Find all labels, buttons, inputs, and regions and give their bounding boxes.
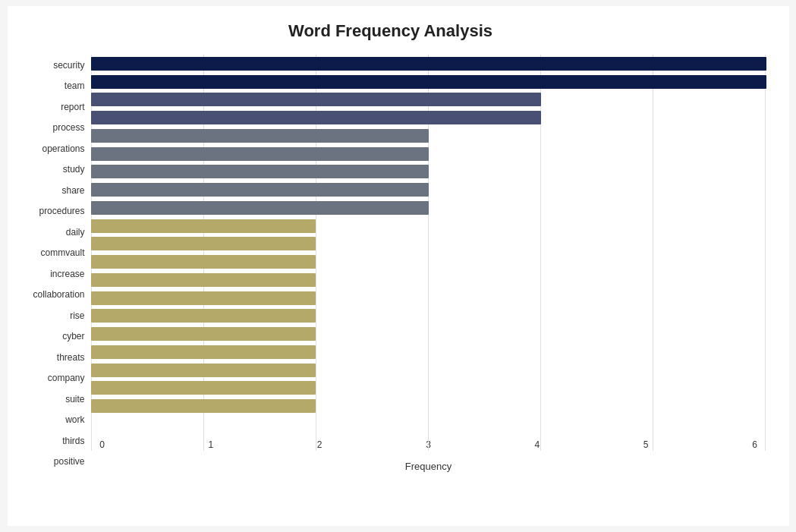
- bar-row: [91, 345, 766, 360]
- bar: [91, 364, 316, 377]
- bar-row: [91, 254, 766, 269]
- bar: [91, 57, 766, 71]
- y-label: team: [15, 81, 85, 90]
- bar-row: [91, 380, 766, 395]
- y-label: threats: [15, 353, 85, 362]
- y-label: suite: [15, 395, 85, 404]
- bars-wrapper: [91, 55, 766, 436]
- y-label: commvault: [15, 248, 85, 257]
- bar: [91, 75, 766, 89]
- bar: [91, 201, 429, 215]
- bar: [91, 147, 429, 161]
- bar: [91, 93, 541, 106]
- bar: [91, 291, 316, 305]
- y-label: report: [15, 102, 85, 112]
- bar-row: [91, 128, 766, 143]
- chart-area: securityteamreportprocessoperationsstudy…: [15, 55, 766, 472]
- y-label: thirds: [15, 436, 85, 445]
- y-label: study: [15, 165, 85, 174]
- bar-row: [91, 326, 766, 342]
- bar-row: [91, 110, 766, 125]
- bar-row: [91, 200, 766, 216]
- y-label: process: [15, 123, 85, 132]
- bar: [91, 237, 316, 250]
- x-axis-title: Frequency: [91, 461, 766, 472]
- bar-row: [91, 398, 766, 414]
- bar: [91, 183, 429, 197]
- y-label: rise: [15, 311, 85, 320]
- y-label: procedures: [15, 206, 85, 216]
- bars-and-grid: 0123456 Frequency: [91, 55, 766, 472]
- bar: [91, 381, 316, 395]
- chart-title: Word Frequency Analysis: [15, 21, 766, 41]
- bar-row: [91, 363, 766, 378]
- bar: [91, 345, 316, 359]
- bar-row: [91, 182, 766, 197]
- bar-row: [91, 164, 766, 179]
- bar-row: [91, 146, 766, 162]
- y-label: cyber: [15, 332, 85, 341]
- bar-row: [91, 92, 766, 107]
- bar-row: [91, 219, 766, 234]
- y-label: increase: [15, 269, 85, 279]
- y-label: daily: [15, 228, 85, 237]
- bar: [91, 129, 429, 143]
- bar: [91, 165, 429, 178]
- y-label: collaboration: [15, 290, 85, 299]
- y-label: work: [15, 415, 85, 424]
- y-labels: securityteamreportprocessoperationsstudy…: [15, 55, 91, 472]
- y-label: company: [15, 373, 85, 382]
- bar: [91, 273, 316, 287]
- bar: [91, 255, 316, 269]
- y-label: share: [15, 186, 85, 195]
- bar-row: [91, 56, 766, 71]
- bar: [91, 111, 541, 124]
- bar: [91, 219, 316, 233]
- y-label: positive: [15, 457, 85, 466]
- bar-row: [91, 308, 766, 323]
- y-label: operations: [15, 144, 85, 153]
- bar: [91, 309, 316, 323]
- bar-row: [91, 272, 766, 288]
- bar-row: [91, 74, 766, 90]
- chart-container: Word Frequency Analysis securityteamrepo…: [8, 6, 789, 526]
- bar-row: [91, 236, 766, 251]
- bar: [91, 327, 316, 341]
- bar: [91, 399, 316, 413]
- y-label: security: [15, 61, 85, 70]
- bar-row: [91, 291, 766, 306]
